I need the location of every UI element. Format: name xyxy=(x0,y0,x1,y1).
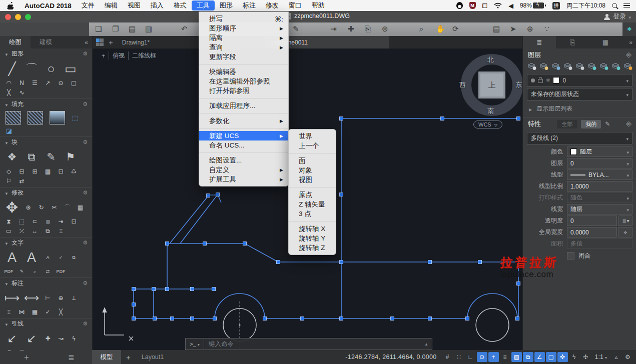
layer-previous-icon[interactable] xyxy=(550,62,561,70)
tools-menu-item[interactable]: 拼写 ⌘: xyxy=(199,14,288,24)
three-point-arc-icon[interactable]: ◠ xyxy=(4,78,14,88)
tools-menu-item[interactable]: 新建 UCS xyxy=(199,131,288,140)
section-header-modify[interactable]: 修改 xyxy=(0,188,92,198)
filter-all-button[interactable]: 全部 xyxy=(557,120,577,128)
save-to-web-icon[interactable]: ⊛ xyxy=(382,24,388,34)
gear-icon[interactable] xyxy=(83,280,88,286)
align-icon[interactable]: ⧉ xyxy=(43,226,53,236)
menubar-item[interactable]: 文件 xyxy=(77,0,100,10)
palette-list-icon[interactable] xyxy=(68,353,75,362)
gear-icon[interactable] xyxy=(83,320,88,327)
menubar-item[interactable]: 帮助 xyxy=(307,0,330,10)
close-window-button[interactable] xyxy=(5,14,11,20)
login-button[interactable]: 登录 xyxy=(604,12,631,21)
tools-menu-item[interactable]: 更新字段 xyxy=(199,52,288,62)
minimize-window-button[interactable] xyxy=(15,14,21,20)
text-import-icon[interactable]: ⧉ xyxy=(69,253,79,262)
wifi-icon[interactable] xyxy=(494,2,502,8)
new-tab-button[interactable] xyxy=(109,38,113,46)
ucs-submenu-item[interactable]: 旋转轴 Y xyxy=(289,234,336,243)
section-header-text[interactable]: 文字 xyxy=(0,238,92,248)
import-icon[interactable]: ⇥ xyxy=(330,24,337,34)
selection-cycling-toggle[interactable]: ⧉ xyxy=(523,352,533,362)
wcs-dropdown[interactable]: WCS xyxy=(473,120,502,128)
menubar-item[interactable]: 格式 xyxy=(169,0,192,10)
linear-dimension-icon[interactable]: ⟼ xyxy=(4,289,20,307)
gear-icon[interactable] xyxy=(83,50,88,57)
pan-hand-icon[interactable]: ✋ xyxy=(436,24,445,34)
save-as-icon[interactable]: ▥ xyxy=(145,24,152,34)
change-to-current-layer-icon[interactable] xyxy=(562,62,573,70)
hatch-tool-icon[interactable] xyxy=(28,111,43,124)
ucs-submenu-item[interactable]: 面 xyxy=(289,156,336,166)
palette-settings-icon[interactable] xyxy=(622,22,636,36)
tools-menu-item[interactable]: 命名 UCS... xyxy=(199,140,288,150)
layer-unlock-icon[interactable] xyxy=(622,62,633,70)
clip-icon[interactable]: ⎘ xyxy=(365,24,371,34)
add-palette-icon[interactable] xyxy=(24,352,29,362)
gear-icon[interactable] xyxy=(83,139,88,146)
zoom-icon[interactable]: ⌕ xyxy=(419,24,423,34)
mtext-icon[interactable]: A xyxy=(4,248,20,266)
multileader-style-icon[interactable]: ↙ xyxy=(24,330,40,348)
transparency-field[interactable]: 0 xyxy=(567,216,617,226)
array-icon[interactable]: ▦ xyxy=(76,203,85,212)
revision-cloud-icon[interactable]: ▢ xyxy=(69,78,79,88)
apple-icon[interactable] xyxy=(7,2,14,10)
extend-icon[interactable]: ⇥ xyxy=(56,217,66,226)
viewcube-east-label[interactable]: 东 xyxy=(515,80,522,90)
notification-center-icon[interactable] xyxy=(623,4,630,8)
oblique-dimension-icon[interactable]: ╳ xyxy=(56,308,66,316)
copy-icon[interactable]: ⊛ xyxy=(24,203,33,212)
single-line-text-icon[interactable]: A xyxy=(24,248,40,266)
pdf-import-icon[interactable]: PDF xyxy=(56,267,66,276)
polar-tracking-toggle[interactable]: ⊙ xyxy=(477,352,487,362)
auto-hide-icon[interactable] xyxy=(626,120,631,128)
transparency-bylayer-button[interactable] xyxy=(618,216,632,226)
input-method-badge[interactable]: 拼 xyxy=(552,2,560,10)
ucs-submenu-item[interactable]: 旋转轴 X xyxy=(289,224,336,234)
section-header-block[interactable]: 块 xyxy=(0,137,92,148)
hatch-icon[interactable] xyxy=(6,111,21,124)
polyline-icon[interactable]: ∿ xyxy=(17,88,27,97)
create-block-icon[interactable]: ⧉ xyxy=(24,148,40,166)
boundary-icon[interactable]: ⬚ xyxy=(70,114,80,122)
tools-menu-item[interactable]: 绘图设置... xyxy=(199,156,288,165)
tolerance-icon[interactable]: ⌶ xyxy=(4,308,14,316)
tools-menu-item[interactable]: 扩展工具 xyxy=(199,174,288,184)
tab-draw[interactable]: 绘图 xyxy=(0,36,31,48)
model-tab[interactable]: 模型 xyxy=(92,350,121,364)
tools-menu-item[interactable]: 在这里编辑外部参照 xyxy=(199,76,288,86)
insert-block-icon[interactable]: ❖ xyxy=(4,148,20,166)
display-icon[interactable]: ⧠ xyxy=(482,2,487,9)
section-header-leader[interactable]: 引线 xyxy=(0,318,92,329)
plot-icon[interactable]: ✎ xyxy=(293,24,299,34)
menubar-item[interactable]: 工具 xyxy=(192,0,215,10)
rectangle-icon[interactable]: ▭ xyxy=(63,60,79,78)
attach-reference-icon[interactable]: ✚ xyxy=(348,24,354,34)
text-style-icon[interactable]: A xyxy=(43,253,53,262)
align-leader-icon[interactable]: ↝ xyxy=(56,334,66,343)
layer-match-icon[interactable] xyxy=(538,62,549,70)
tab-modeling[interactable]: 建模 xyxy=(31,36,61,48)
viewcube-top-face[interactable]: 上 xyxy=(478,72,505,98)
auto-hide-icon[interactable] xyxy=(626,51,631,59)
replace-block-icon[interactable]: ⇄ xyxy=(17,176,27,186)
command-line[interactable]: >_ 键入命令 xyxy=(185,338,432,350)
3d-object-snap-toggle[interactable]: ✣ xyxy=(580,352,591,362)
plot-style-field[interactable]: 随色 xyxy=(567,192,632,203)
ucs-submenu-item[interactable]: 世界 xyxy=(289,132,336,141)
offset-icon[interactable]: ⊂ xyxy=(30,217,40,226)
viewport-control[interactable]: 二维线框 xyxy=(128,52,160,60)
circle-icon[interactable]: ○ xyxy=(43,60,59,78)
menubar-item[interactable]: 窗口 xyxy=(284,0,307,10)
multiline-icon[interactable]: ☰ xyxy=(30,78,40,88)
viewcube-south-label[interactable]: 南 xyxy=(487,106,494,116)
layer-off-icon[interactable] xyxy=(598,62,609,70)
orbit-icon[interactable]: ⟳ xyxy=(452,24,459,34)
layer-properties-icon[interactable] xyxy=(526,62,537,70)
pick-width-button[interactable] xyxy=(618,227,632,238)
layer-freeze-icon[interactable] xyxy=(586,62,597,70)
scale-icon[interactable]: ⊡ xyxy=(69,217,79,226)
continue-dimension-icon[interactable]: ⋈ xyxy=(17,308,27,316)
